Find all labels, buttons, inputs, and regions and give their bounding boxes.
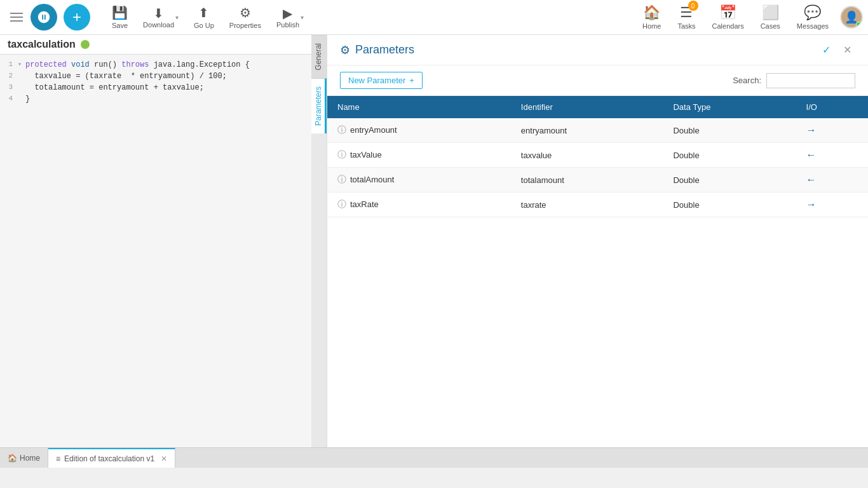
search-label: Search: — [733, 76, 761, 85]
nav-cases[interactable]: ⬜ Cases — [756, 2, 785, 32]
toolbar-right: 🏠 Home ☰ 0 Tasks 📅 Calendars ⬜ Cases 💬 M… — [637, 2, 863, 32]
code-header: taxcalculation — [0, 35, 327, 55]
table-row[interactable]: ⓘtaxRate taxrate Double → — [327, 193, 868, 217]
publish-icon: ▶ — [283, 6, 292, 21]
cell-io: → — [796, 118, 868, 143]
table-header-row: Name Identifier Data Type I/O — [327, 96, 868, 118]
col-data-type: Data Type — [663, 96, 796, 118]
save-button[interactable]: 💾 Save — [105, 3, 134, 32]
io-arrow-icon: → — [806, 199, 817, 210]
messages-icon: 💬 — [804, 4, 821, 21]
process-name: taxcalculation — [8, 39, 76, 50]
plus-icon: + — [409, 76, 414, 85]
io-arrow-icon: ← — [806, 149, 817, 160]
edition-tab-close[interactable]: ✕ — [161, 454, 167, 463]
nav-messages[interactable]: 💬 Messages — [792, 2, 834, 32]
hamburger-menu[interactable] — [5, 8, 28, 27]
home-tab-label: Home — [20, 454, 40, 463]
add-button[interactable]: + — [64, 4, 90, 30]
io-arrow-icon: → — [806, 125, 817, 135]
params-actions: ✓ ✕ — [818, 43, 855, 57]
download-dropdown-arrow: ▾ — [175, 14, 179, 21]
io-arrow-icon: ← — [806, 174, 817, 185]
info-icon[interactable]: ⓘ — [337, 174, 346, 184]
home-icon: 🏠 — [643, 4, 660, 21]
params-toolbar: New Parameter + Search: — [327, 65, 868, 96]
save-icon: 💾 — [112, 5, 128, 20]
cell-identifier: totalamount — [511, 168, 663, 193]
download-button[interactable]: ⬇ Download ▾ — [137, 3, 185, 31]
cell-data-type: Double — [663, 193, 796, 217]
cell-data-type: Double — [663, 143, 796, 168]
avatar[interactable]: 👤 — [840, 6, 863, 29]
cell-io: ← — [796, 168, 868, 193]
info-icon[interactable]: ⓘ — [337, 125, 346, 135]
download-icon: ⬇ — [153, 6, 164, 21]
table-row[interactable]: ⓘtotalAmount totalamount Double ← — [327, 168, 868, 193]
publish-dropdown-arrow: ▾ — [301, 14, 304, 21]
search-area: Search: — [733, 73, 855, 88]
parameters-panel: ⚙ Parameters ✓ ✕ New Parameter + Search: — [327, 35, 868, 447]
content-area: taxcalculation 1 ▾ protected void run() … — [0, 35, 868, 447]
params-title: ⚙ Parameters — [340, 43, 414, 57]
edition-tab-label: Edition of taxcalculation v1 — [64, 454, 154, 463]
info-icon[interactable]: ⓘ — [337, 149, 346, 159]
cell-data-type: Double — [663, 118, 796, 143]
edition-tab-icon: ≡ — [56, 454, 60, 463]
cell-name: ⓘtotalAmount — [327, 168, 511, 193]
cell-name: ⓘtaxValue — [327, 143, 511, 168]
nav-tasks[interactable]: ☰ 0 Tasks — [672, 2, 700, 32]
cell-io: ← — [796, 143, 868, 168]
cell-identifier: entryamount — [511, 118, 663, 143]
main-toolbar: + 💾 Save ⬇ Download ▾ ⬆ Go Up ⚙ Properti… — [0, 0, 868, 35]
cell-identifier: taxvalue — [511, 143, 663, 168]
bottom-tab-bar: 🏠 Home ≡ Edition of taxcalculation v1 ✕ — [0, 447, 868, 468]
tab-parameters[interactable]: Parameters — [311, 78, 327, 133]
col-name: Name — [327, 96, 511, 118]
info-icon[interactable]: ⓘ — [337, 199, 346, 209]
nav-home[interactable]: 🏠 Home — [637, 2, 666, 32]
code-line: 4 } — [0, 94, 327, 105]
code-line: 2 taxvalue = (taxrate * entryamount) / 1… — [0, 71, 327, 83]
properties-button[interactable]: ⚙ Properties — [223, 3, 268, 32]
side-tabs-container: General Parameters — [311, 35, 327, 447]
go-up-button[interactable]: ⬆ Go Up — [187, 3, 220, 32]
tab-general[interactable]: General — [311, 35, 327, 78]
home-tab-icon: 🏠 — [8, 454, 17, 463]
parameters-data-table: Name Identifier Data Type I/O ⓘentryAmou… — [327, 96, 868, 217]
col-identifier: Identifier — [511, 96, 663, 118]
new-parameter-button[interactable]: New Parameter + — [340, 72, 423, 89]
params-header: ⚙ Parameters ✓ ✕ — [327, 35, 868, 65]
code-panel: taxcalculation 1 ▾ protected void run() … — [0, 35, 327, 447]
col-io: I/O — [796, 96, 868, 118]
code-editor-body[interactable]: 1 ▾ protected void run() throws java.lan… — [0, 55, 327, 447]
status-indicator — [81, 40, 90, 49]
gear-icon: ⚙ — [340, 43, 350, 57]
cell-io: → — [796, 193, 868, 217]
params-table: Name Identifier Data Type I/O ⓘentryAmou… — [327, 96, 868, 447]
cell-data-type: Double — [663, 168, 796, 193]
cell-identifier: taxrate — [511, 193, 663, 217]
toolbar-left: + 💾 Save ⬇ Download ▾ ⬆ Go Up ⚙ Properti… — [5, 3, 637, 32]
search-input[interactable] — [766, 73, 855, 88]
logo-button[interactable] — [31, 4, 57, 30]
params-confirm-button[interactable]: ✓ — [818, 43, 834, 57]
table-row[interactable]: ⓘentryAmount entryamount Double → — [327, 118, 868, 143]
code-line: 3 totalamount = entryamount + taxvalue; — [0, 83, 327, 94]
cases-icon: ⬜ — [762, 4, 779, 21]
bottom-tab-home[interactable]: 🏠 Home — [0, 448, 48, 468]
bottom-tab-edition[interactable]: ≡ Edition of taxcalculation v1 ✕ — [48, 448, 175, 468]
properties-icon: ⚙ — [240, 5, 251, 20]
table-row[interactable]: ⓘtaxValue taxvalue Double ← — [327, 143, 868, 168]
online-indicator — [856, 22, 862, 27]
tasks-badge: 0 — [688, 1, 698, 11]
cell-name: ⓘentryAmount — [327, 118, 511, 143]
publish-button[interactable]: ▶ Publish ▾ — [270, 3, 310, 31]
go-up-icon: ⬆ — [198, 5, 209, 20]
calendars-icon: 📅 — [719, 4, 736, 21]
cell-name: ⓘtaxRate — [327, 193, 511, 217]
params-close-button[interactable]: ✕ — [839, 43, 855, 57]
code-line: 1 ▾ protected void run() throws java.lan… — [0, 60, 327, 71]
nav-calendars[interactable]: 📅 Calendars — [707, 2, 749, 32]
main-content: taxcalculation 1 ▾ protected void run() … — [0, 35, 868, 468]
